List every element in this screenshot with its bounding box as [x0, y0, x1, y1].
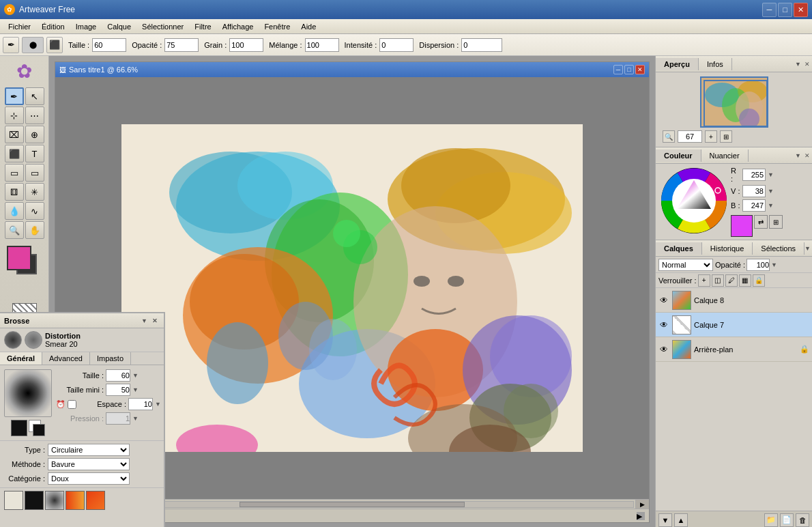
menu-selectionner[interactable]: Sélectionner — [136, 21, 189, 32]
brush-preset-2[interactable]: ⬛ — [46, 37, 63, 53]
tool-transform[interactable]: ⊕ — [25, 126, 44, 143]
canvas-maximize[interactable]: □ — [624, 65, 634, 74]
apercu-close-btn[interactable]: ✕ — [802, 59, 812, 69]
tab-general[interactable]: Général — [0, 352, 42, 365]
opacity-input[interactable] — [746, 259, 770, 271]
methode-select[interactable]: Bavure — [48, 458, 130, 470]
tool-brush[interactable]: ✒ — [5, 87, 24, 105]
brush-panel-menu[interactable]: ▼ — [141, 317, 147, 324]
menu-image[interactable]: Image — [70, 21, 102, 32]
tab-impasto[interactable]: Impasto — [90, 352, 131, 365]
new-layer-btn[interactable]: 📄 — [780, 513, 794, 527]
tool-clone[interactable]: ⚅ — [5, 183, 24, 201]
brush-type-light[interactable] — [25, 331, 42, 349]
tab-apercu[interactable]: Aperçu — [656, 58, 699, 70]
tool-blur[interactable]: ✳ — [25, 183, 44, 201]
brush-preset-1[interactable]: ⬤ — [22, 37, 44, 53]
fg-color-large[interactable] — [731, 215, 753, 237]
dispersion-input[interactable] — [461, 38, 502, 52]
calques-menu-btn[interactable]: ▼ — [804, 245, 811, 252]
melange-input[interactable] — [305, 38, 339, 52]
lock-pixels-btn[interactable]: 🖊 — [725, 274, 738, 287]
layer-row-calque7[interactable]: 👁 Calque 7 — [656, 313, 812, 337]
apercu-menu-btn[interactable]: ▼ — [795, 61, 801, 68]
brush-type-dark[interactable] — [4, 331, 22, 349]
tab-historique[interactable]: Historique — [702, 242, 753, 255]
move-layer-up-btn[interactable]: ▲ — [674, 513, 688, 527]
tab-nuancier[interactable]: Nuancier — [701, 149, 749, 162]
zoom-value-input[interactable] — [678, 130, 702, 143]
zoom-fit-btn[interactable]: ⊞ — [720, 130, 732, 143]
scroll-thumb[interactable] — [240, 502, 465, 507]
couleur-close-btn[interactable]: ✕ — [802, 151, 812, 160]
menu-fenetre[interactable]: Fenêtre — [259, 21, 295, 32]
brush-fg-color[interactable] — [11, 420, 27, 436]
tool-selection-rect[interactable]: ⊹ — [5, 106, 24, 124]
lock-icon-btn[interactable]: 🔒 — [753, 274, 765, 287]
minimize-button[interactable]: ─ — [762, 3, 777, 17]
opacity-arrow[interactable]: ▼ — [771, 261, 777, 268]
swatch-4[interactable] — [66, 491, 85, 510]
tool-eyedropper[interactable]: 💧 — [5, 202, 24, 220]
taille-input[interactable] — [92, 38, 126, 52]
tool-text[interactable]: T — [25, 145, 44, 162]
taille-mini-arrow[interactable]: ▼ — [132, 386, 139, 393]
couleur-menu-btn[interactable]: ▼ — [795, 152, 801, 159]
layer-eye-8[interactable]: 👁 — [658, 295, 669, 306]
categorie-select[interactable]: Doux — [48, 472, 130, 485]
swatch-1[interactable] — [4, 491, 23, 510]
tab-calques[interactable]: Calques — [656, 242, 702, 255]
swatch-3[interactable] — [45, 491, 64, 510]
b-value-input[interactable] — [742, 199, 766, 212]
tool-fill[interactable]: ∿ — [25, 202, 44, 220]
swatch-5[interactable] — [86, 491, 105, 510]
menu-fichier[interactable]: Fichier — [3, 21, 36, 32]
type-select[interactable]: Circulaire — [48, 444, 130, 456]
intensite-input[interactable] — [379, 38, 414, 52]
layer-eye-bg[interactable]: 👁 — [658, 344, 669, 355]
taille-arrow[interactable]: ▼ — [132, 372, 139, 379]
status-arrow[interactable]: ▶ — [637, 512, 645, 520]
tool-crop[interactable]: ⌧ — [5, 126, 24, 143]
zoom-in-btn[interactable]: + — [705, 130, 717, 143]
tool-lasso[interactable]: ⋯ — [25, 106, 44, 124]
tab-infos[interactable]: Infos — [699, 58, 732, 70]
b-arrow[interactable]: ▼ — [768, 202, 774, 209]
layer-eye-7[interactable]: 👁 — [658, 319, 669, 330]
grain-input[interactable] — [229, 38, 263, 52]
delete-layer-btn[interactable]: 🗑 — [796, 513, 809, 527]
menu-aide[interactable]: Aide — [295, 21, 321, 32]
brush-panel-close[interactable]: ✕ — [150, 316, 160, 326]
tool-ellipse-shape[interactable]: ▭ — [25, 164, 44, 182]
swap-colors-btn[interactable]: ⇄ — [754, 215, 768, 229]
tool-zoom[interactable]: 🔍 — [5, 221, 24, 239]
opacite-input[interactable] — [164, 38, 199, 52]
canvas-close[interactable]: ✕ — [635, 65, 645, 74]
close-button[interactable]: ✕ — [794, 3, 808, 17]
menu-affichage[interactable]: Affichage — [217, 21, 259, 32]
menu-calque[interactable]: Calque — [102, 21, 136, 32]
menu-filtre[interactable]: Filtre — [189, 21, 216, 32]
r-value-input[interactable] — [742, 169, 766, 181]
lock-transp-btn[interactable]: ◫ — [712, 274, 724, 287]
new-layer-group-btn[interactable]: 📁 — [764, 513, 778, 527]
tool-rect-shape[interactable]: ▭ — [5, 164, 24, 182]
taille-param-input[interactable] — [106, 369, 130, 382]
taille-mini-input[interactable] — [106, 384, 130, 396]
canvas-minimize[interactable]: ─ — [613, 65, 623, 74]
fg-color-swatch[interactable] — [7, 246, 31, 270]
scroll-right-btn[interactable]: ▶ — [635, 500, 649, 509]
swatch-2[interactable] — [25, 491, 44, 510]
tool-stamp[interactable]: ⬛ — [5, 145, 24, 162]
layer-row-calque8[interactable]: 👁 Calque 8 — [656, 288, 812, 313]
tool-hand[interactable]: ✋ — [25, 221, 44, 239]
layer-row-arriere[interactable]: 👁 Arrière-plan 🔒 — [656, 337, 812, 362]
pression-input[interactable] — [106, 412, 130, 425]
r-arrow[interactable]: ▼ — [768, 171, 774, 178]
tab-advanced[interactable]: Advanced — [42, 352, 90, 365]
espace-arrow[interactable]: ▼ — [155, 401, 161, 408]
lock-pos-btn[interactable]: + — [698, 274, 710, 287]
tab-couleur[interactable]: Couleur — [656, 149, 701, 162]
tab-selections[interactable]: Sélections — [753, 242, 804, 255]
color-wheel[interactable] — [660, 167, 728, 235]
